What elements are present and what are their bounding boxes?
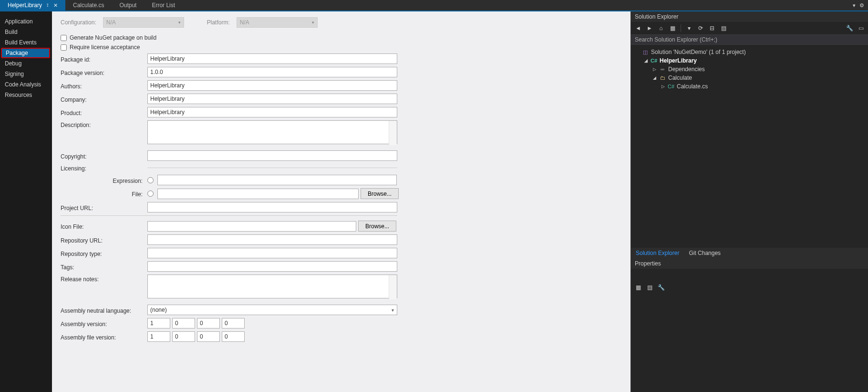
dependencies-node[interactable]: ▷▫▫ Dependencies [633, 65, 866, 74]
description-input[interactable] [147, 120, 397, 144]
tab-errorlist[interactable]: Error List [144, 0, 183, 11]
tab-helperlibrary[interactable]: HelperLibrary ⟟ ✕ [0, 0, 65, 11]
platform-label: Platform: [207, 19, 230, 26]
asm-neutral-dropdown[interactable]: (none) [147, 305, 397, 315]
tab-output[interactable]: Output [112, 0, 144, 11]
tags-label: Tags: [61, 263, 147, 271]
file-label: Calculate.cs [677, 83, 708, 90]
repo-type-label: Repository type: [61, 249, 147, 257]
collapse-icon[interactable]: ⊟ [708, 24, 716, 32]
close-icon[interactable]: ✕ [53, 2, 58, 9]
nav-application[interactable]: Application [0, 16, 52, 27]
filter-icon[interactable]: ▾ [685, 24, 693, 32]
properties-icon[interactable]: 🔧 [845, 24, 854, 32]
folder-label: Calculate [668, 74, 692, 81]
asm-file-version-minor[interactable] [172, 331, 195, 342]
nav-build[interactable]: Build [0, 27, 52, 37]
csharp-project-icon: C# [650, 58, 658, 64]
repo-type-input[interactable] [147, 248, 397, 258]
solution-node[interactable]: ◫ Solution 'NuGetDemo' (1 of 1 project) [633, 48, 866, 56]
home-icon[interactable]: ⌂ [657, 24, 665, 32]
nav-signing[interactable]: Signing [0, 69, 52, 79]
asm-version-rev[interactable] [222, 318, 245, 328]
document-tabs: HelperLibrary ⟟ ✕ Calculate.cs Output Er… [0, 0, 868, 11]
solution-search-input[interactable]: Search Solution Explorer (Ctrl+;) [631, 35, 868, 45]
back-icon[interactable]: ◄ [634, 24, 642, 32]
property-pages-icon[interactable]: 🔧 [657, 283, 665, 292]
asm-file-version-label: Assembly file version: [61, 333, 147, 341]
project-settings-nav: Application Build Build Events Package D… [0, 11, 52, 392]
folder-node[interactable]: ◢🗀 Calculate [633, 74, 866, 82]
tab-git-changes[interactable]: Git Changes [684, 248, 725, 258]
tags-input[interactable] [147, 261, 397, 272]
csharp-file-icon: C# [667, 84, 675, 89]
license-browse-button[interactable]: Browse... [361, 188, 399, 199]
gear-icon[interactable]: ⚙ [859, 2, 864, 9]
require-license-checkbox[interactable] [61, 44, 67, 51]
asm-version-minor[interactable] [172, 318, 195, 328]
solution-explorer-title: Solution Explorer [631, 11, 868, 22]
pin-icon[interactable]: ⟟ [47, 2, 49, 8]
license-file-input[interactable] [157, 189, 359, 199]
nav-resources[interactable]: Resources [0, 90, 52, 100]
authors-input[interactable] [147, 80, 397, 91]
platform-dropdown: N/A [237, 17, 318, 28]
platform-value: N/A [240, 19, 249, 26]
solution-icon: ◫ [641, 49, 649, 55]
project-label: HelperLibrary [660, 57, 697, 64]
nav-debug[interactable]: Debug [0, 58, 52, 69]
file-node[interactable]: ▷C# Calculate.cs [633, 82, 866, 91]
product-input[interactable] [147, 107, 397, 117]
icon-browse-button[interactable]: Browse... [358, 221, 396, 232]
asm-neutral-value: (none) [150, 307, 167, 313]
alphabetical-icon[interactable]: ▤ [645, 283, 654, 292]
repo-url-label: Repository URL: [61, 236, 147, 244]
package-version-input[interactable] [147, 67, 397, 77]
nav-package[interactable]: Package [1, 48, 50, 58]
copyright-label: Copyright: [61, 152, 147, 160]
forward-icon[interactable]: ► [645, 24, 654, 32]
categorized-icon[interactable]: ▦ [634, 283, 642, 292]
dependencies-label: Dependencies [668, 66, 705, 73]
release-notes-label: Release notes: [61, 275, 147, 283]
icon-file-input[interactable] [147, 221, 356, 232]
show-all-icon[interactable]: ▤ [719, 24, 728, 32]
release-notes-input[interactable] [147, 275, 397, 298]
package-id-label: Package id: [61, 55, 147, 63]
copyright-input[interactable] [147, 150, 397, 161]
project-node[interactable]: ◢C# HelperLibrary [633, 56, 866, 65]
license-file-radio[interactable] [147, 191, 154, 197]
product-label: Product: [61, 108, 147, 117]
solution-label: Solution 'NuGetDemo' (1 of 1 project) [651, 49, 746, 55]
chevron-down-icon[interactable]: ▾ [853, 2, 856, 9]
tab-calculate[interactable]: Calculate.cs [65, 0, 112, 11]
expression-label: Expression: [61, 176, 147, 184]
nav-build-events[interactable]: Build Events [0, 37, 52, 48]
authors-label: Authors: [61, 82, 147, 90]
tab-label: Calculate.cs [73, 2, 104, 9]
package-id-input[interactable] [147, 53, 397, 64]
company-input[interactable] [147, 94, 397, 104]
configuration-dropdown: N/A [103, 17, 184, 28]
generate-nuget-checkbox[interactable] [61, 35, 67, 41]
asm-file-version-rev[interactable] [222, 331, 245, 342]
preview-icon[interactable]: ▭ [857, 24, 865, 32]
asm-version-label: Assembly version: [61, 319, 147, 328]
project-url-input[interactable] [147, 202, 397, 212]
asm-neutral-label: Assembly neutral language: [61, 306, 147, 314]
expression-input[interactable] [157, 175, 397, 185]
dependencies-icon: ▫▫ [659, 66, 666, 72]
asm-version-major[interactable] [147, 318, 170, 328]
expression-radio[interactable] [147, 177, 154, 183]
switch-view-icon[interactable]: ▦ [668, 24, 677, 32]
asm-file-version-major[interactable] [147, 331, 170, 342]
tab-label: Error List [152, 2, 175, 9]
refresh-icon[interactable]: ⟳ [696, 24, 705, 32]
asm-file-version-build[interactable] [197, 331, 220, 342]
asm-version-build[interactable] [197, 318, 220, 328]
tab-solution-explorer[interactable]: Solution Explorer [631, 248, 684, 258]
repo-url-input[interactable] [147, 234, 397, 245]
nav-code-analysis[interactable]: Code Analysis [0, 79, 52, 90]
properties-title: Properties [631, 258, 868, 269]
configuration-label: Configuration: [61, 19, 96, 26]
